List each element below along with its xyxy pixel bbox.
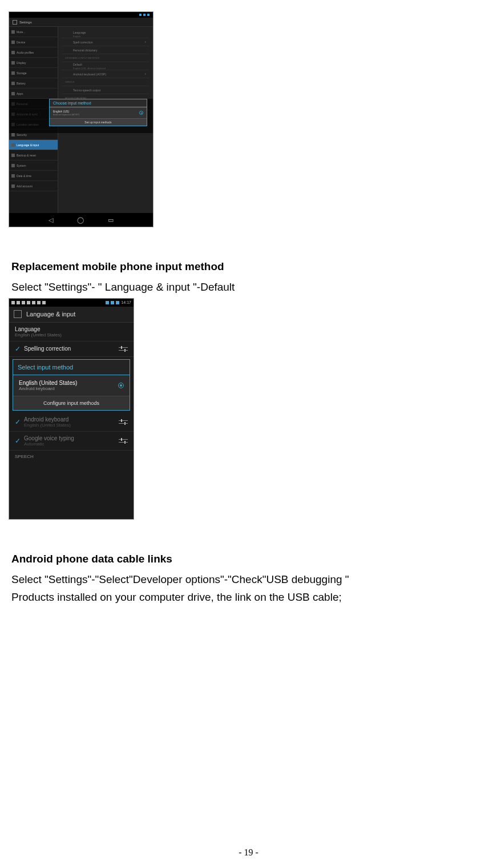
setup-input-methods-button[interactable]: Set up input methods (50, 118, 147, 126)
section-heading-data-cable: Android phone data cable links (11, 553, 486, 565)
recent-apps-icon[interactable]: ▭ (108, 216, 114, 224)
pref-tts[interactable]: Text-to-speech output (62, 86, 149, 94)
pref-personal-dictionary[interactable]: Personal dictionary (62, 46, 149, 54)
sidebar-item[interactable]: Storage (9, 68, 58, 78)
check-icon: ✓ (15, 437, 21, 445)
dialog-title: Select input method (13, 360, 130, 375)
sidebar-item[interactable]: Apps (9, 89, 58, 99)
sidebar-item[interactable]: System (9, 160, 58, 171)
settings-sliders-icon[interactable] (119, 437, 128, 445)
section-body: Select "Settings"-"Select"Developer opti… (11, 572, 486, 587)
radio-selected-icon (139, 111, 143, 115)
radio-selected-icon (118, 383, 124, 388)
language-input-header: Language & input (9, 307, 134, 323)
pref-spell-correction[interactable]: Spell correction› (62, 38, 149, 46)
input-method-option[interactable]: English (US)Android keyboard (AOSP) (50, 107, 147, 118)
sidebar-item[interactable]: Display (9, 58, 58, 68)
choose-input-method-dialog: Choose input method English (US)Android … (49, 99, 147, 126)
check-icon: ✓ (15, 345, 21, 353)
pref-language[interactable]: Language English (United States) (9, 323, 134, 341)
configure-input-methods-button[interactable]: Configure input methods (13, 396, 130, 410)
status-bar: 14:17 (9, 299, 134, 307)
sidebar-item[interactable]: Device (9, 37, 58, 47)
section-body: Products installed on your computer driv… (11, 590, 486, 605)
sidebar-item-language-input[interactable]: Language & input (9, 140, 58, 150)
settings-header: Settings (9, 18, 153, 27)
pref-google-voice-typing[interactable]: ✓Google voice typingAutomatic (9, 432, 134, 451)
home-icon[interactable]: ◯ (77, 216, 84, 224)
select-input-method-dialog: Select input method English (United Stat… (13, 359, 130, 411)
system-nav-bar: ◁ ◯ ▭ (9, 213, 153, 227)
dialog-title: Choose input method (50, 99, 147, 107)
sidebar-item[interactable]: Battery (9, 78, 58, 89)
pref-spelling-correction[interactable]: ✓Spelling correction (9, 341, 134, 357)
status-icons-left (11, 301, 46, 304)
settings-sliders-icon[interactable] (119, 345, 128, 353)
sidebar-item[interactable]: Audio profiles (9, 47, 58, 58)
pref-android-keyboard[interactable]: ✓Android keyboardEnglish (United States) (9, 413, 134, 432)
section-body: Select "Settings"- " Language & input "-… (11, 280, 486, 295)
section-header: KEYBOARD & INPUT METHODS (62, 54, 149, 62)
input-method-option[interactable]: English (United States)Android keyboard (13, 375, 130, 396)
section-heading-replacement-input: Replacement mobile phone input method (11, 260, 486, 273)
page-number: - 19 - (0, 847, 497, 858)
status-icons-right: 14:17 (106, 300, 131, 304)
clock: 14:17 (121, 300, 131, 304)
sidebar-item[interactable]: Backup & reset (9, 150, 58, 160)
back-icon[interactable]: ◁ (49, 216, 53, 224)
phone-screenshot: 14:17 Language & input Language English … (9, 298, 134, 520)
status-bar (9, 12, 153, 18)
section-header-speech: SPEECH (9, 451, 134, 460)
sidebar-item[interactable]: Add account (9, 181, 58, 191)
pref-default[interactable]: DefaultEnglish (US) - Android keyboard (62, 62, 149, 70)
check-icon: ✓ (15, 418, 21, 426)
pref-language[interactable]: LanguageEnglish (62, 30, 149, 38)
section-header: SPEECH (62, 78, 149, 86)
sidebar-item[interactable]: More... (9, 27, 58, 37)
settings-sliders-icon[interactable] (119, 418, 128, 426)
tablet-screenshot: Settings More... Device Audio profiles D… (9, 11, 153, 227)
pref-android-keyboard[interactable]: Android keyboard (AOSP)› (62, 70, 149, 78)
sidebar-item[interactable]: Date & time (9, 171, 58, 181)
